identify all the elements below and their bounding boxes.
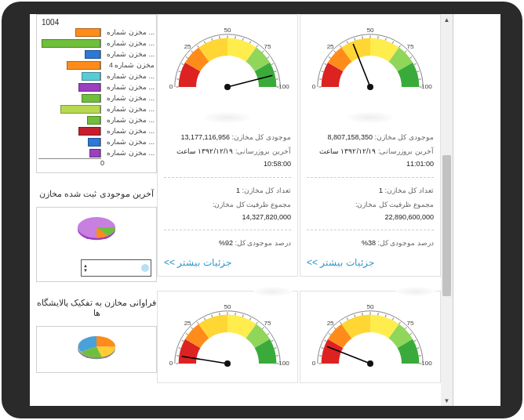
- svg-line-48: [267, 334, 269, 335]
- svg-text:50: 50: [224, 303, 231, 310]
- bar-track: [38, 94, 101, 103]
- svg-line-74: [399, 45, 401, 48]
- svg-line-68: [355, 38, 355, 41]
- bar-row-label: ... مخزن شماره: [103, 94, 155, 102]
- bar-row: ... مخزن شماره: [38, 136, 155, 147]
- bar-row: ... مخزن شماره: [38, 38, 155, 49]
- svg-line-72: [385, 38, 386, 41]
- svg-line-47: [262, 328, 264, 329]
- svg-point-59: [224, 360, 231, 367]
- scrollbar[interactable]: ▲ ▼: [441, 14, 453, 406]
- svg-line-100: [385, 315, 386, 317]
- app-screen: 1004 ... مخزن شماره... مخزن شماره... مخز…: [30, 14, 500, 406]
- title-placeholder: [396, 287, 435, 296]
- more-details-link[interactable]: جزئیات بیشتر >>: [164, 257, 291, 268]
- bar-track: [38, 138, 101, 147]
- bar-track: [38, 149, 101, 158]
- bar-fill: [82, 94, 100, 103]
- svg-line-92: [329, 334, 331, 335]
- svg-line-97: [362, 313, 363, 316]
- percent-line: درصد موجودی کل: 38%: [307, 237, 434, 249]
- bar-row: ... مخزن شماره: [38, 92, 155, 103]
- svg-line-36: [186, 334, 188, 335]
- gauge-icon: 0255075100: [307, 299, 433, 378]
- bar-row-label: ... مخزن شماره: [103, 149, 155, 157]
- svg-line-22: [274, 71, 276, 72]
- bar-row: مخزن شماره 4: [38, 60, 155, 71]
- svg-line-34: [179, 348, 181, 349]
- svg-text:50: 50: [367, 303, 374, 310]
- separator: [307, 177, 434, 178]
- bar-track: [38, 72, 101, 81]
- svg-line-35: [182, 341, 184, 342]
- title-placeholder: [253, 287, 293, 296]
- svg-line-105: [414, 341, 417, 342]
- svg-line-90: [322, 348, 324, 349]
- svg-line-39: [204, 318, 205, 320]
- title-placeholder: [204, 112, 251, 123]
- tablet-frame: 1004 ... مخزن شماره... مخزن شماره... مخز…: [2, 2, 522, 418]
- bar-row-label: ... مخزن شماره: [103, 72, 155, 80]
- svg-line-103: [405, 328, 406, 329]
- bar-chart-zero-label: 0: [100, 159, 104, 167]
- svg-point-31: [224, 84, 231, 90]
- sidebar-section-title-1: آخرین موجودی ثبت شده مخازن: [36, 189, 157, 199]
- bar-chart-max-label: 1004: [38, 18, 155, 27]
- scrollbar-thumb[interactable]: [442, 155, 451, 296]
- svg-line-19: [262, 51, 264, 52]
- svg-text:75: 75: [406, 43, 413, 50]
- svg-line-44: [242, 315, 243, 317]
- gauge-wrap: 0255075100: [164, 20, 291, 106]
- legend-spinner[interactable]: ▲▼: [83, 263, 88, 273]
- separator: [307, 230, 434, 230]
- svg-line-71: [378, 36, 379, 38]
- capacity-line: مجموع ظرفیت کل مخازن: 14,327,820,000: [164, 198, 291, 223]
- svg-line-23: [276, 79, 278, 80]
- bar-row: ... مخزن شماره: [38, 49, 155, 60]
- svg-line-89: [319, 356, 322, 357]
- svg-line-41: [220, 313, 220, 316]
- svg-point-115: [367, 360, 373, 367]
- pie-legend: ▲▼: [81, 259, 151, 277]
- svg-line-18: [257, 45, 258, 48]
- svg-line-12: [212, 38, 213, 41]
- svg-line-75: [405, 51, 406, 52]
- bar-row: ... مخزن شماره: [38, 103, 155, 114]
- bar-row-label: ... مخزن شماره: [103, 127, 155, 135]
- scroll-up-icon[interactable]: ▲: [441, 14, 453, 25]
- svg-text:50: 50: [224, 27, 231, 34]
- svg-line-17: [249, 42, 250, 44]
- svg-point-87: [367, 84, 373, 90]
- svg-text:75: 75: [264, 43, 271, 50]
- svg-line-73: [392, 42, 393, 44]
- bar-fill: [82, 72, 100, 81]
- svg-line-51: [276, 356, 278, 357]
- sidebar-section-title-2: فراوانی مخازن به تفکیک پالایشگاه ها: [36, 298, 157, 318]
- svg-line-61: [319, 79, 322, 80]
- svg-line-7: [182, 63, 184, 64]
- svg-line-38: [197, 322, 198, 324]
- svg-line-96: [355, 315, 355, 317]
- bar-row-label: ... مخزن شماره: [103, 39, 155, 47]
- svg-line-107: [419, 356, 421, 357]
- gauge-icon: 0255075100: [307, 23, 433, 101]
- svg-line-67: [347, 42, 348, 44]
- svg-line-69: [362, 36, 363, 38]
- card-column-right: 0255075100 موجودی کل مخازن: 8,807,158,35…: [300, 14, 441, 406]
- svg-line-40: [212, 315, 213, 317]
- svg-text:75: 75: [264, 320, 271, 328]
- svg-line-62: [322, 71, 324, 72]
- svg-line-64: [329, 56, 331, 58]
- bar-row-label: ... مخزن شماره: [103, 28, 155, 36]
- separator: [164, 177, 291, 178]
- bar-track: [38, 116, 101, 125]
- scroll-down-icon[interactable]: ▼: [441, 395, 453, 406]
- bar-fill: [75, 28, 100, 37]
- svg-line-94: [340, 322, 341, 324]
- legend-swatch: [141, 264, 149, 272]
- svg-text:75: 75: [406, 320, 413, 328]
- bar-row-label: ... مخزن شماره: [103, 50, 155, 58]
- inventory-line: موجودی کل مخازن: 13,177,116,956: [164, 131, 291, 143]
- bar-row-label: ... مخزن شماره: [103, 105, 155, 113]
- more-details-link[interactable]: جزئیات بیشتر >>: [307, 257, 434, 268]
